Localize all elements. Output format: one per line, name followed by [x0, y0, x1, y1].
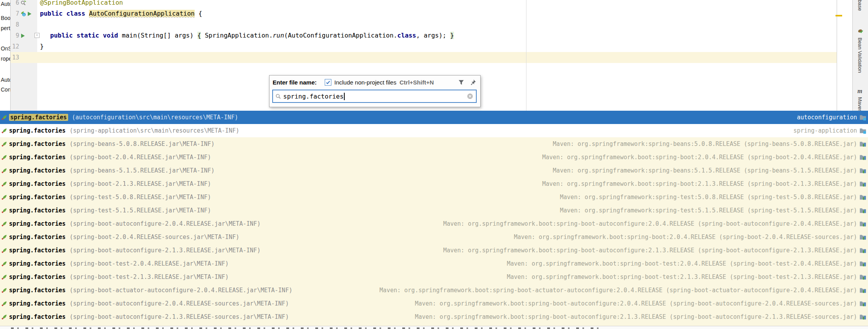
line-number: 9 — [11, 32, 19, 39]
result-file-name: spring.factories — [9, 247, 66, 254]
library-icon — [859, 194, 866, 201]
result-file-name: spring.factories — [9, 127, 66, 134]
include-non-project-files-checkbox[interactable] — [325, 79, 331, 86]
spring-file-icon — [1, 114, 7, 120]
result-file-path: (spring-test-5.0.8.RELEASE.jar\META-INF) — [70, 194, 211, 201]
code-line[interactable]: public static void main(String[] args) {… — [50, 30, 454, 41]
result-file-path: (spring-beans-5.1.5.RELEASE.jar\META-INF… — [70, 167, 215, 174]
gutter-row: 7c — [11, 8, 37, 19]
spring-file-icon — [1, 234, 7, 240]
result-row[interactable]: spring.factories(spring-boot-2.0.4.RELEA… — [0, 230, 868, 244]
result-origin-label: Maven: org.springframework.boot:spring-b… — [507, 260, 857, 267]
result-row[interactable]: spring.factories(spring-test-5.1.5.RELEA… — [0, 204, 868, 217]
filter-icon[interactable] — [457, 78, 465, 86]
result-row[interactable]: spring.factories(spring-application\src\… — [0, 124, 868, 137]
result-origin-label: Maven: org.springframework.boot:spring-b… — [415, 313, 857, 320]
result-origin-label: Maven: org.springframework.boot:spring-b… — [542, 154, 857, 161]
result-origin-label: Maven: org.springframework.boot:spring-b… — [542, 180, 857, 187]
result-file-path: (spring-boot-2.0.4.RELEASE-sources.jar\M… — [70, 234, 239, 241]
result-file-name: spring.factories — [9, 114, 68, 121]
clipped-text-fragments — [11, 327, 603, 329]
code-token: public static void — [50, 32, 122, 39]
result-row[interactable]: spring.factories(spring-boot-test-2.0.4.… — [0, 257, 868, 270]
project-panel-text-fragment: perty — [1, 25, 11, 31]
result-row[interactable]: spring.factories(spring-boot-autoconfigu… — [0, 310, 868, 324]
spring-file-icon — [1, 141, 7, 147]
result-file-name: spring.factories — [9, 180, 66, 187]
result-file-path: (spring-test-5.1.5.RELEASE.jar\META-INF) — [70, 207, 211, 214]
library-icon — [859, 247, 866, 254]
code-token: { — [195, 10, 202, 17]
line-number: 6 — [11, 0, 19, 6]
code-token: main(String[] args) — [122, 32, 197, 39]
result-row[interactable]: spring.factories(spring-boot-actuator-au… — [0, 284, 868, 297]
code-line[interactable]: @SpringBootApplication — [40, 0, 123, 8]
result-origin-label: Maven: org.springframework.boot:spring-b… — [380, 287, 857, 294]
spring-scan-icon[interactable] — [20, 0, 26, 6]
search-input-value: spring.factories — [283, 93, 344, 100]
project-panel-text-fragment: Auto — [1, 1, 11, 7]
project-panel-text-fragment: rope — [1, 56, 11, 62]
spring-file-icon — [1, 314, 7, 320]
spring-file-icon — [1, 221, 7, 227]
result-file-path: (spring-application\src\main\resources\M… — [70, 127, 239, 134]
tool-button-bean-validation[interactable]: Bean Validation — [857, 38, 863, 73]
goto-file-dialog: Enter file name: Include non-project fil… — [269, 75, 481, 107]
result-row[interactable]: spring.factories(spring-boot-autoconfigu… — [0, 217, 868, 230]
file-name-input[interactable]: spring.factories — [272, 90, 477, 103]
code-token: SpringApplication. — [201, 32, 273, 39]
fold-marker[interactable]: + — [34, 33, 40, 38]
warning-stripe-mark[interactable] — [835, 15, 842, 16]
result-file-name: spring.factories — [9, 194, 66, 201]
gutter-row: 8 — [11, 19, 37, 30]
result-file-name: spring.factories — [9, 167, 66, 174]
result-row[interactable]: spring.factories(spring-test-5.0.8.RELEA… — [0, 191, 868, 204]
bean-validation-icon — [857, 28, 863, 36]
result-row[interactable]: spring.factories(spring-boot-2.1.3.RELEA… — [0, 177, 868, 191]
result-file-name: spring.factories — [9, 207, 66, 214]
text-caret — [344, 93, 345, 100]
result-file-name: spring.factories — [9, 273, 66, 280]
library-icon — [859, 207, 866, 214]
result-file-path: (spring-boot-2.0.4.RELEASE.jar\META-INF) — [70, 154, 211, 161]
spring-bean-icon[interactable]: c — [20, 11, 26, 17]
result-row[interactable]: spring.factories(spring-boot-2.0.4.RELEA… — [0, 151, 868, 164]
code-token: public class — [40, 10, 89, 17]
run-icon[interactable] — [20, 33, 25, 38]
result-file-name: spring.factories — [9, 234, 66, 241]
result-origin-label: Maven: org.springframework.boot:spring-b… — [507, 273, 857, 280]
spring-file-icon — [1, 247, 7, 253]
spring-file-icon — [1, 274, 7, 280]
tool-button-database[interactable]: Database — [857, 0, 863, 11]
project-panel-text-fragment: Boot — [1, 15, 11, 21]
caret-line-highlight — [11, 52, 837, 63]
spring-file-icon — [1, 300, 7, 307]
result-file-path: (spring-beans-5.0.8.RELEASE.jar\META-INF… — [70, 140, 215, 147]
result-file-path: (spring-boot-autoconfigure-2.0.4.RELEASE… — [70, 220, 261, 227]
result-row[interactable]: spring.factories(spring-boot-test-2.1.3.… — [0, 270, 868, 284]
line-number: 12 — [11, 43, 19, 50]
tool-button-maven[interactable]: Maven — [857, 97, 863, 111]
line-number: 8 — [11, 21, 19, 28]
result-row[interactable]: spring.factories(spring-beans-5.1.5.RELE… — [0, 164, 868, 177]
gutter-row: 13 — [11, 52, 37, 63]
code-line[interactable]: public class AutoConfigurationApplicatio… — [40, 8, 202, 19]
result-row[interactable]: spring.factories(spring-beans-5.0.8.RELE… — [0, 137, 868, 151]
code-token: AutoConfigurationApplication — [89, 10, 195, 17]
run-icon[interactable] — [27, 11, 32, 16]
result-row[interactable]: spring.factories(spring-boot-autoconfigu… — [0, 244, 868, 257]
spring-file-icon — [1, 181, 7, 187]
code-token: } — [450, 32, 454, 39]
result-origin-label: Maven: org.springframework:spring-test:5… — [560, 194, 857, 201]
pin-icon[interactable] — [468, 78, 477, 86]
svg-text:c: c — [23, 13, 25, 16]
spring-file-icon — [1, 154, 7, 160]
checkbox-label[interactable]: Include non-project files — [335, 79, 396, 86]
code-line[interactable]: } — [40, 41, 44, 52]
result-file-name: spring.factories — [9, 300, 66, 307]
gutter-row: 6 — [11, 0, 37, 8]
result-file-path: (spring-boot-2.1.3.RELEASE.jar\META-INF) — [70, 180, 211, 187]
result-row[interactable]: spring.factories(spring-boot-autoconfigu… — [0, 297, 868, 310]
clear-search-icon[interactable] — [467, 93, 473, 99]
result-row[interactable]: spring.factories(autoconfiguration\src\m… — [0, 111, 868, 124]
